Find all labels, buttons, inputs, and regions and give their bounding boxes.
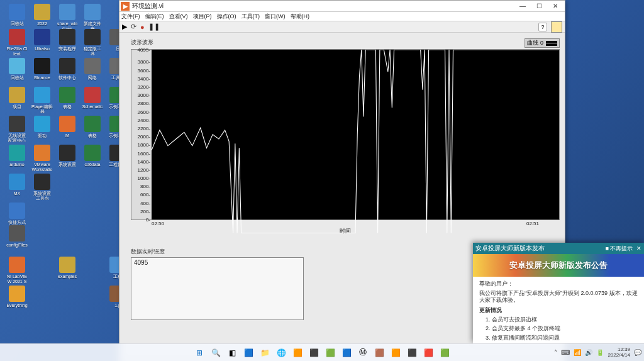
numeric-indicator: 4095 (131, 257, 304, 320)
tray-battery-icon[interactable]: 🔋 (596, 349, 604, 356)
desktop-icon[interactable]: share_windows (57, 4, 78, 30)
taskbar-app-icon[interactable]: 🟩 (438, 346, 452, 360)
menu-item[interactable]: 查看(V) (169, 13, 188, 21)
widgets-button[interactable]: 🟦 (242, 346, 255, 360)
popup-titlebar[interactable]: 安卓投屏大师新版本发布 ■ 不再提示 ✕ (473, 243, 644, 254)
y-tick: 600- (140, 192, 150, 197)
desktop-icon[interactable]: Ultraiso (31, 29, 53, 52)
y-tick: 3000- (138, 92, 150, 98)
popup-item: 1. 会员可去投屏边框 (479, 316, 638, 324)
desktop-icon[interactable]: 软件中心 (57, 58, 78, 81)
vi-icon[interactable] (551, 21, 562, 33)
legend-label: 曲线 0 (527, 39, 543, 47)
taskbar-app-icon[interactable]: ⬛ (307, 346, 321, 360)
desktop-icon[interactable]: 2022 (31, 4, 53, 26)
popup-greeting: 尊敬的用户： (479, 280, 638, 288)
menu-item[interactable]: 窗口(W) (265, 13, 286, 21)
legend-line-icon (546, 41, 557, 46)
desktop-icon[interactable]: 快捷方式 (6, 203, 28, 225)
y-tick: 2600- (138, 109, 150, 114)
chart-title: 波形波形 (131, 38, 153, 47)
desktop-icon[interactable]: Everything (6, 286, 28, 308)
window-titlebar[interactable]: ▶ 环境监测.vi — ☐ ✕ (119, 1, 565, 12)
maximize-button[interactable]: ☐ (531, 1, 547, 11)
desktop-icon[interactable]: 项目 (6, 87, 28, 109)
abort-button[interactable]: ● (140, 23, 145, 31)
y-tick: 3800- (138, 59, 150, 65)
y-tick: 1800- (138, 142, 150, 148)
menu-item[interactable]: 操作(O) (217, 13, 236, 21)
menu-item[interactable]: 编辑(E) (145, 13, 164, 21)
desktop-icon[interactable]: examples (57, 257, 78, 279)
popup-close-button[interactable]: ✕ (636, 245, 641, 252)
y-tick: 2800- (138, 101, 150, 106)
taskbar-app-icon[interactable]: 🟦 (340, 346, 353, 360)
menu-item[interactable]: 项目(P) (193, 13, 212, 21)
search-button[interactable]: 🔍 (209, 346, 223, 360)
task-view-button[interactable]: ◧ (225, 346, 239, 360)
notification-icon[interactable]: 💬 (634, 349, 641, 356)
taskbar-clock[interactable]: 12:39 2022/4/14 (608, 347, 630, 358)
desktop-icon[interactable]: FileZilla Client (6, 29, 28, 55)
desktop-icon[interactable]: 系统设置 (57, 145, 78, 167)
desktop-icon[interactable]: 稳定版工具 (82, 29, 103, 55)
menu-bar: 文件(F)编辑(E)查看(V)项目(P)操作(O)工具(T)窗口(W)帮助(H) (119, 12, 565, 21)
taskbar-center: ⊞ 🔍 ◧ 🟦 📁 🌐 🟧 ⬛ 🟩 🟦 Ⓜ 🟫 🟧 ⬛ 🟥 🟩 (192, 346, 452, 360)
window-title: 环境监测.vi (132, 2, 164, 11)
menu-item[interactable]: 工具(T) (242, 13, 260, 21)
desktop-icon[interactable]: Player编辑器 (31, 87, 53, 113)
tray-expand-icon[interactable]: ˄ (554, 349, 557, 356)
desktop-icon[interactable]: Binance (31, 58, 53, 81)
desktop-icon[interactable]: M (57, 116, 78, 138)
explorer-icon[interactable]: 📁 (258, 346, 272, 360)
desktop-icon[interactable]: 表格 (82, 116, 103, 138)
popup-item: 2. 会员支持最多 4 个投屏终端 (479, 325, 638, 333)
desktop-icon[interactable]: 安装程序 (57, 29, 78, 52)
edge-icon[interactable]: 🌐 (274, 346, 288, 360)
close-button[interactable]: ✕ (547, 1, 564, 11)
desktop-icon[interactable]: 新建文件夹 (82, 4, 103, 30)
taskbar[interactable]: ⊞ 🔍 ◧ 🟦 📁 🌐 🟧 ⬛ 🟩 🟦 Ⓜ 🟫 🟧 ⬛ 🟥 🟩 ˄ ⌨ 📶 🔊 … (0, 343, 644, 361)
desktop-icon[interactable]: 回收站 (6, 4, 28, 26)
pause-button[interactable]: ❚❚ (148, 23, 160, 31)
desktop-icon[interactable]: 无线设置配置中心 (6, 116, 28, 142)
start-button[interactable]: ⊞ (192, 346, 206, 360)
tray-ime-icon[interactable]: ⌨ (561, 349, 570, 356)
desktop-icon[interactable]: configFiles (6, 225, 28, 248)
chart-plot-area[interactable] (152, 50, 559, 219)
taskbar-app-icon[interactable]: ⬛ (405, 346, 419, 360)
labview-logo-icon: ▶ (121, 2, 130, 11)
y-tick: 4095- (138, 47, 150, 53)
tray-volume-icon[interactable]: 🔊 (585, 349, 592, 356)
y-tick: 1200- (138, 167, 150, 172)
desktop-icon[interactable]: cd6data (82, 145, 103, 167)
desktop-icon[interactable]: 网络 (82, 58, 103, 81)
taskbar-app-icon[interactable]: 🟧 (389, 346, 402, 360)
taskbar-app-icon[interactable]: 🟩 (323, 346, 337, 360)
desktop-icon[interactable]: Schematic (82, 87, 103, 109)
minimize-button[interactable]: — (514, 1, 531, 11)
y-tick: 400- (140, 200, 150, 206)
taskbar-app-icon[interactable]: 🟫 (372, 346, 386, 360)
taskbar-app-icon[interactable]: 🟧 (291, 346, 304, 360)
run-continuous-button[interactable]: ⟳ (131, 23, 136, 31)
desktop-icon[interactable]: 表格 (57, 87, 78, 109)
popup-intro: 我公司将旗下产品“安卓投屏大师”升级到 2.0.0.0739 版本，欢迎大家下载… (479, 290, 638, 304)
popup-dont-show-button[interactable]: ■ 不再提示 (606, 245, 633, 253)
tray-network-icon[interactable]: 📶 (574, 349, 581, 356)
desktop-icon[interactable]: arduino (6, 145, 28, 167)
desktop-icon[interactable]: 驱动 (31, 116, 53, 138)
desktop-icon[interactable]: VMware Workstation (31, 145, 53, 171)
taskbar-app-icon[interactable]: Ⓜ (356, 346, 370, 360)
chart-legend[interactable]: 曲线 0 (525, 38, 560, 48)
run-button[interactable]: ▶ (122, 23, 127, 31)
desktop-icon[interactable]: NI LabVIEW 2021 SP1 (6, 257, 28, 283)
desktop-icon[interactable]: 系统设置工具包 (31, 174, 53, 200)
desktop-icon[interactable]: 回收站 (6, 58, 28, 81)
menu-item[interactable]: 帮助(H) (291, 13, 310, 21)
desktop-icon[interactable]: MX (6, 174, 28, 196)
menu-item[interactable]: 文件(F) (121, 13, 140, 21)
help-button[interactable]: ? (538, 23, 547, 31)
popup-title-text: 安卓投屏大师新版本发布 (475, 244, 545, 253)
taskbar-app-icon[interactable]: 🟥 (421, 346, 435, 360)
